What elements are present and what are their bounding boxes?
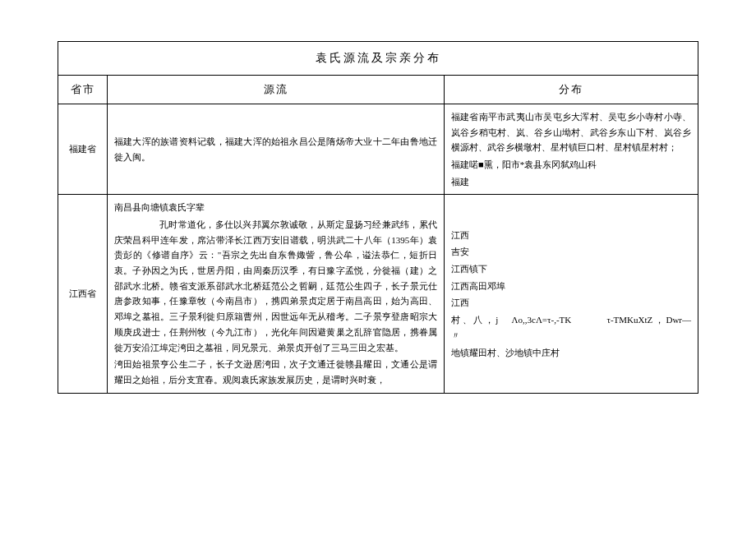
distribution-text: 村、八，j Λo,,3cΛ=τ-,-TK τ-TMKuXtZ，Dwr— 〃 [451, 312, 691, 343]
origin-text: 洿田始祖景亨公生二子，长子文逊居洿田，次子文通迁徙赣县耀田，文通公是谓耀田之始祖… [114, 357, 437, 387]
origin-text: 福建大浑的族谱资料记载，福建大浑的始祖永昌公是隋炀帝大业十二年由鲁地迁徙入闽。 [114, 134, 437, 164]
table-row: 江西省 南昌县向塘镇袁氏字辈 孔时常道化，多仕以兴邦翼尔敦诚敬，从斯定显扬习经兼… [58, 195, 698, 393]
distribution-text: 江西高田邓埠 [451, 279, 691, 294]
header-row: 省市 源流 分布 [58, 75, 698, 104]
distribution-text: 吉安 [451, 244, 691, 260]
origin-text: 南昌县向塘镇袁氏字辈 [114, 200, 437, 215]
header-origin: 源流 [108, 75, 445, 104]
genealogy-table: 袁氏源流及宗亲分布 省市 源流 分布 福建省 福建大浑的族谱资料记载，福建大浑的… [58, 41, 698, 394]
distribution-text: 福建喏■熏，阳市*袁县东冈弑鸡山科 [451, 157, 691, 173]
distribution-text: 江西 [451, 228, 691, 243]
origin-text: 孔时常道化，多仕以兴邦翼尔敦诚敬，从斯定显扬习经兼武纬，累代庆荣昌科甲连年发，席… [114, 217, 437, 355]
distribution-text: 江西镇下 [451, 261, 691, 277]
header-distribution: 分布 [445, 75, 698, 104]
distribution-cell: 福建省南平市武夷山市吴屯乡大浑村、吴屯乡小寺村小寺、岚谷乡稍屯村、岚、谷乡山坳村… [445, 104, 698, 194]
origin-cell: 福建大浑的族谱资料记载，福建大浑的始祖永昌公是隋炀帝大业十二年由鲁地迁徙入闽。 [108, 104, 445, 194]
table-title: 袁氏源流及宗亲分布 [58, 42, 698, 76]
province-cell: 江西省 [58, 195, 108, 393]
distribution-text: 福建 [451, 174, 691, 190]
origin-cell: 南昌县向塘镇袁氏字辈 孔时常道化，多仕以兴邦翼尔敦诚敬，从斯定显扬习经兼武纬，累… [108, 195, 445, 393]
distribution-text: 福建省南平市武夷山市吴屯乡大浑村、吴屯乡小寺村小寺、岚谷乡稍屯村、岚、谷乡山坳村… [451, 109, 691, 155]
table-row: 福建省 福建大浑的族谱资料记载，福建大浑的始祖永昌公是隋炀帝大业十二年由鲁地迁徙… [58, 104, 698, 194]
distribution-text: 江西 [451, 295, 691, 311]
province-cell: 福建省 [58, 104, 108, 194]
distribution-text: 地镇耀田村、沙地镇中庄村 [451, 345, 691, 361]
header-province: 省市 [58, 75, 108, 104]
title-row: 袁氏源流及宗亲分布 [58, 42, 698, 76]
distribution-cell: 江西 吉安 江西镇下 江西高田邓埠 江西 村、八，j Λo,,3cΛ=τ-,-T… [445, 195, 698, 393]
